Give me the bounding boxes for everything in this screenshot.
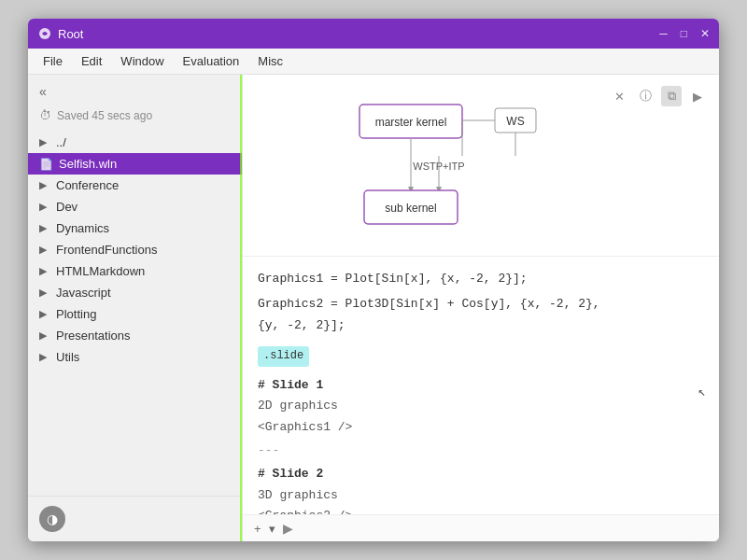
title-bar: Root ─ □ ✕: [28, 19, 719, 49]
arrow-icon: ▶: [39, 222, 50, 234]
code-text: Graphics1 = Plot[Sin[x], {x, -2, 2}];: [258, 272, 528, 286]
kernel-diagram: marster kernel WS WSTP+ITP: [322, 86, 640, 245]
app-icon: [37, 26, 52, 41]
info-icon: ⓘ: [640, 88, 652, 105]
slide1-heading: # Slide 1: [258, 376, 704, 396]
menu-window[interactable]: Window: [113, 51, 171, 71]
plus-icon: +: [254, 522, 261, 536]
arrow-icon: ▶: [39, 179, 50, 191]
saved-status-bar: ⏱ Saved 45 secs ago: [28, 105, 242, 132]
tree-item-javascript[interactable]: ▶ Javascript: [28, 282, 242, 303]
separator: ---: [258, 441, 704, 461]
tree-item-label: FrontendFunctions: [56, 243, 157, 257]
collapse-button[interactable]: «: [39, 84, 47, 99]
menu-misc[interactable]: Misc: [250, 51, 290, 71]
file-icon: 📄: [39, 158, 53, 171]
arrow-icon: ▶: [39, 351, 50, 363]
theme-toggle-button[interactable]: ◑: [39, 506, 65, 532]
tree-item-label: Utils: [56, 350, 79, 364]
arrow-icon: ▶: [39, 136, 50, 148]
arrow-icon: ▶: [39, 265, 50, 277]
code-line-2b: {y, -2, 2}];: [258, 316, 704, 336]
theme-icon: ◑: [47, 511, 58, 526]
code-text: Graphics2 = Plot3D[Sin[x] + Cos[y], {x, …: [258, 297, 600, 311]
run-button[interactable]: ▶: [283, 521, 293, 536]
main-content: « ⏱ Saved 45 secs ago ▶ ../ 📄 Selfish.wl…: [28, 75, 719, 541]
tree-item-label: Selfish.wln: [59, 157, 117, 171]
sidebar-bottom: ◑: [28, 496, 242, 541]
menu-file[interactable]: File: [35, 51, 70, 71]
slide2-heading: # Slide 2: [258, 465, 704, 484]
sidebar-header: «: [28, 75, 242, 105]
slide1-text: 2D graphics: [258, 397, 704, 416]
saved-status-text: Saved 45 secs ago: [57, 109, 152, 122]
menu-bar: File Edit Window Evaluation Misc: [28, 49, 719, 75]
tree-item-plotting[interactable]: ▶ Plotting: [28, 303, 242, 325]
add-cell-button[interactable]: +: [254, 522, 261, 536]
window-title: Root: [58, 27, 659, 41]
copy-icon: ⧉: [668, 89, 676, 104]
run-forward-button[interactable]: ▶: [687, 86, 708, 106]
cell-type-dropdown[interactable]: ▾: [269, 522, 275, 536]
arrow-icon: ▶: [39, 244, 50, 256]
window-controls: ─ □ ✕: [659, 27, 710, 40]
arrow-icon: ▶: [39, 308, 50, 320]
tree-item-label: Plotting: [56, 307, 96, 321]
tree-item-label: ../: [56, 135, 66, 149]
tree-item-selfish[interactable]: 📄 Selfish.wln: [28, 153, 242, 175]
tree-item-parent[interactable]: ▶ ../: [28, 132, 242, 153]
code-text: {y, -2, 2}];: [258, 318, 345, 332]
tree-item-label: Conference: [56, 178, 119, 192]
clock-icon: ⏱: [39, 108, 51, 122]
svg-text:WS: WS: [506, 115, 524, 128]
code-line-2a: Graphics2 = Plot3D[Sin[x] + Cos[y], {x, …: [258, 295, 704, 315]
arrow-icon: ▶: [39, 287, 50, 299]
menu-edit[interactable]: Edit: [74, 51, 109, 71]
tree-item-presentations[interactable]: ▶ Presentations: [28, 325, 242, 346]
maximize-button[interactable]: □: [681, 27, 687, 40]
svg-text:marster kernel: marster kernel: [375, 116, 447, 129]
tree-item-dynamics[interactable]: ▶ Dynamics: [28, 217, 242, 239]
arrow-icon: ▶: [39, 329, 50, 342]
svg-text:sub kernel: sub kernel: [385, 202, 436, 215]
slide2-text: 3D graphics: [258, 486, 704, 506]
code-editor[interactable]: Graphics1 = Plot[Sin[x], {x, -2, 2}]; Gr…: [243, 257, 719, 514]
editor-area: marster kernel WS WSTP+ITP: [243, 75, 719, 541]
arrow-icon: ▶: [39, 201, 50, 213]
info-button[interactable]: ⓘ: [635, 86, 655, 106]
tree-item-label: Javascript: [56, 286, 111, 300]
tree-item-label: Presentations: [56, 329, 131, 343]
tree-item-htmlmarkdown[interactable]: ▶ HTMLMarkdown: [28, 260, 242, 282]
tree-item-label: Dynamics: [56, 221, 109, 235]
main-window: Root ─ □ ✕ File Edit Window Evaluation M…: [28, 19, 719, 541]
copy-button[interactable]: ⧉: [661, 86, 682, 106]
close-cell-button[interactable]: ✕: [609, 86, 629, 106]
minimize-button[interactable]: ─: [659, 27, 668, 40]
slide1-component: <Graphics1 />: [258, 418, 704, 438]
tree-item-frontendfunctions[interactable]: ▶ FrontendFunctions: [28, 239, 242, 260]
tree-item-dev[interactable]: ▶ Dev: [28, 196, 242, 217]
editor-footer: + ▾ ▶: [243, 514, 719, 541]
diagram-area: marster kernel WS WSTP+ITP: [243, 75, 719, 257]
tree-item-conference[interactable]: ▶ Conference: [28, 175, 242, 196]
close-icon: ✕: [614, 90, 625, 104]
run-forward-icon: ▶: [693, 90, 702, 104]
sidebar-green-indicator: [240, 75, 242, 541]
menu-evaluation[interactable]: Evaluation: [176, 51, 247, 71]
slide-tag: .slide: [258, 346, 309, 366]
tree-item-label: HTMLMarkdown: [56, 264, 145, 278]
code-line-1: Graphics1 = Plot[Sin[x], {x, -2, 2}];: [258, 270, 704, 289]
close-button[interactable]: ✕: [700, 27, 710, 40]
slide2-component: <Graphics2 />: [258, 507, 704, 514]
sidebar: « ⏱ Saved 45 secs ago ▶ ../ 📄 Selfish.wl…: [28, 75, 243, 541]
tree-item-utils[interactable]: ▶ Utils: [28, 346, 242, 368]
chevron-down-icon: ▾: [269, 522, 275, 536]
play-icon: ▶: [283, 521, 293, 536]
editor-toolbar: ✕ ⓘ ⧉ ▶: [609, 86, 708, 106]
tree-item-label: Dev: [56, 200, 78, 214]
